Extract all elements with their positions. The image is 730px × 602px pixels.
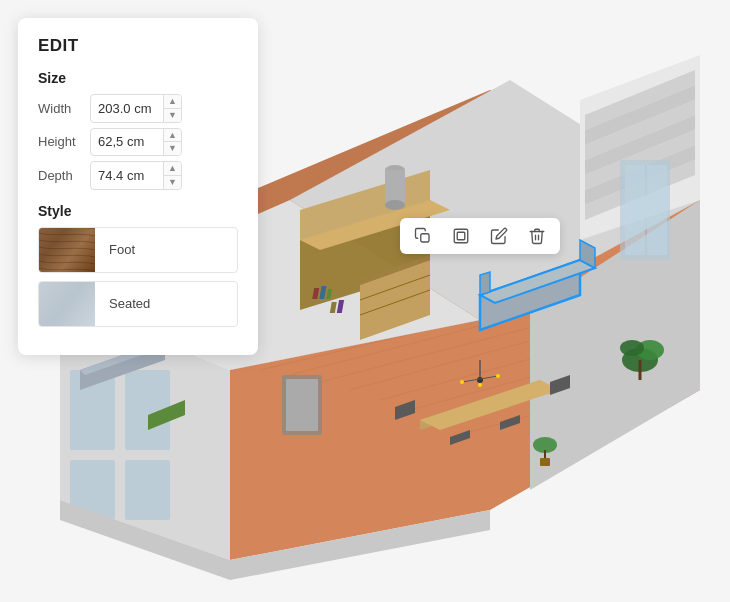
svg-point-58: [477, 377, 483, 383]
size-section-label: Size: [38, 70, 238, 86]
style-foot-option[interactable]: Foot: [38, 227, 238, 273]
height-stepper[interactable]: ▲ ▼: [163, 129, 181, 156]
height-input[interactable]: 62,5 cm ▲ ▼: [90, 128, 182, 157]
svg-rect-55: [540, 458, 550, 466]
depth-row: Depth 74.4 cm ▲ ▼: [38, 161, 238, 190]
svg-point-63: [496, 374, 500, 378]
svg-rect-15: [125, 460, 170, 520]
svg-point-62: [478, 383, 482, 387]
delete-icon[interactable]: [526, 225, 548, 247]
width-stepper[interactable]: ▲ ▼: [163, 95, 181, 122]
width-value: 203.0 cm: [91, 98, 163, 119]
svg-rect-57: [286, 379, 318, 431]
svg-rect-72: [385, 170, 405, 205]
foot-label: Foot: [95, 242, 149, 257]
width-up[interactable]: ▲: [164, 95, 181, 109]
duplicate-icon[interactable]: [450, 225, 472, 247]
seated-label: Seated: [95, 296, 164, 311]
depth-value: 74.4 cm: [91, 165, 163, 186]
depth-up[interactable]: ▲: [164, 162, 181, 176]
height-down[interactable]: ▼: [164, 142, 181, 155]
width-down[interactable]: ▼: [164, 109, 181, 122]
copy-icon[interactable]: [412, 225, 434, 247]
svg-rect-70: [647, 165, 667, 255]
foot-swatch: [39, 228, 95, 272]
panel-title: EDIT: [38, 36, 238, 56]
style-section-label: Style: [38, 203, 238, 219]
height-label: Height: [38, 134, 90, 149]
height-up[interactable]: ▲: [164, 129, 181, 143]
height-value: 62,5 cm: [91, 131, 163, 152]
svg-rect-69: [625, 165, 645, 255]
floating-toolbar: [400, 218, 560, 254]
svg-rect-76: [457, 232, 465, 240]
svg-point-51: [620, 340, 644, 356]
depth-stepper[interactable]: ▲ ▼: [163, 162, 181, 189]
svg-point-73: [385, 200, 405, 210]
svg-rect-75: [454, 229, 468, 243]
style-seated-option[interactable]: Seated: [38, 281, 238, 327]
edit-pencil-icon[interactable]: [488, 225, 510, 247]
seated-swatch: [39, 282, 95, 326]
depth-down[interactable]: ▼: [164, 176, 181, 189]
height-row: Height 62,5 cm ▲ ▼: [38, 128, 238, 157]
width-label: Width: [38, 101, 90, 116]
edit-panel: EDIT Size Width 203.0 cm ▲ ▼ Height 62,5…: [18, 18, 258, 355]
depth-input[interactable]: 74.4 cm ▲ ▼: [90, 161, 182, 190]
style-section: Style Foot Seated: [38, 203, 238, 327]
width-input[interactable]: 203.0 cm ▲ ▼: [90, 94, 182, 123]
depth-label: Depth: [38, 168, 90, 183]
svg-point-61: [460, 380, 464, 384]
svg-marker-42: [480, 272, 490, 295]
width-row: Width 203.0 cm ▲ ▼: [38, 94, 238, 123]
svg-rect-74: [421, 234, 429, 242]
